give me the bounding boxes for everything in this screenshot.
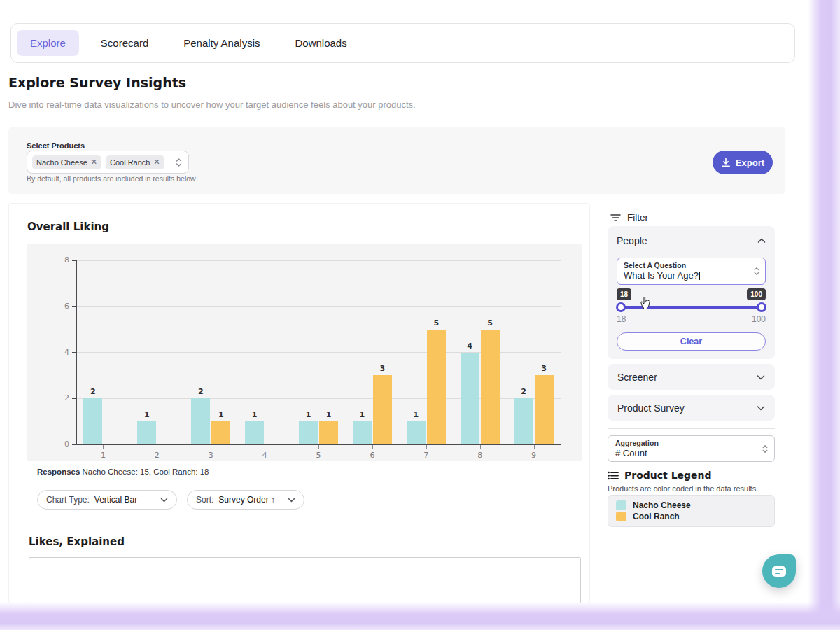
- bar-nacho-cheese: [353, 421, 372, 444]
- legend-item-name: Nacho Cheese: [633, 500, 691, 510]
- screener-title: Screener: [617, 372, 657, 383]
- x-tick-label: 9: [520, 451, 548, 460]
- x-tick-label: 3: [197, 451, 225, 460]
- aggregation-select[interactable]: Aggregation # Count: [608, 435, 775, 462]
- gridline: [76, 306, 561, 307]
- chat-launcher-button[interactable]: [762, 554, 796, 588]
- hand-cursor-icon: [640, 297, 651, 310]
- question-select[interactable]: Select A Question What Is Your Age?: [617, 258, 766, 285]
- filter-lines-icon: [610, 214, 621, 222]
- chevron-down-icon: [288, 498, 295, 503]
- app-window: ExploreScorecardPenalty AnalysisDownload…: [0, 0, 840, 630]
- sidebar-divider: [608, 428, 775, 429]
- clear-filter-button[interactable]: Clear: [617, 332, 766, 351]
- chart-type-label: Chart Type:: [46, 495, 90, 505]
- legend-item: Cool Ranch: [616, 512, 766, 522]
- download-icon: [721, 158, 731, 167]
- bar-nacho-cheese: [299, 421, 318, 444]
- legend-color-swatch: [616, 512, 626, 522]
- overall-liking-card: Overall Liking 024681Dislike extremely22…: [8, 203, 590, 603]
- product-survey-title: Product Survey: [617, 402, 685, 414]
- up-down-stepper-icon: [754, 267, 760, 276]
- y-tick-label: 6: [50, 302, 69, 311]
- x-axis-tick: [318, 445, 319, 449]
- tab-scorecard[interactable]: Scorecard: [88, 30, 162, 56]
- people-accordion-header[interactable]: People: [617, 235, 766, 246]
- bar-value-label: 1: [407, 410, 426, 419]
- tab-explore[interactable]: Explore: [17, 30, 79, 56]
- bar-value-label: 1: [245, 410, 264, 419]
- text-cursor: [699, 272, 700, 280]
- product-legend-header: Product Legend: [608, 470, 712, 481]
- bar-cool-ranch: [427, 330, 446, 444]
- slider-handle-min[interactable]: [616, 302, 626, 312]
- bar-value-label: 2: [83, 387, 102, 396]
- screener-accordion[interactable]: Screener: [608, 364, 775, 390]
- x-axis-tick: [372, 445, 373, 449]
- product-legend-title: Product Legend: [624, 470, 712, 481]
- x-axis-tick: [534, 445, 535, 449]
- chart-plot: 024681Dislike extremely221321415Neither …: [27, 244, 582, 461]
- bar-nacho-cheese: [461, 353, 479, 445]
- product-survey-accordion[interactable]: Product Survey: [608, 395, 775, 421]
- window-glow-right: [808, 0, 840, 630]
- y-tick-label: 8: [50, 255, 69, 265]
- bar-nacho-cheese: [83, 398, 102, 444]
- gridline: [76, 260, 561, 261]
- question-select-label: Select A Question: [624, 261, 759, 270]
- bar-value-label: 5: [481, 318, 500, 328]
- bar-value-label: 1: [299, 410, 318, 419]
- product-chip[interactable]: Nacho Cheese✕: [32, 155, 102, 169]
- responses-summary: Responses Nacho Cheese: 15, Cool Ranch: …: [37, 468, 209, 476]
- legend-item: Nacho Cheese: [616, 500, 766, 510]
- product-legend-list: Nacho CheeseCool Ranch: [608, 495, 775, 527]
- product-chip[interactable]: Cool Ranch✕: [106, 155, 164, 169]
- export-button[interactable]: Export: [713, 150, 773, 174]
- bar-cool-ranch: [481, 330, 500, 444]
- x-axis-tick: [265, 445, 265, 449]
- aggregation-value: # Count: [615, 448, 767, 458]
- chevron-down-icon: [757, 405, 765, 411]
- tab-penalty-analysis[interactable]: Penalty Analysis: [170, 30, 273, 56]
- bar-value-label: 2: [191, 387, 210, 396]
- bar-cool-ranch: [373, 375, 392, 444]
- filter-title: Filter: [627, 212, 648, 223]
- x-axis-tick: [157, 445, 158, 449]
- product-chip-label: Cool Ranch: [110, 158, 150, 167]
- bar-value-label: 4: [461, 342, 479, 351]
- legend-color-swatch: [616, 500, 626, 510]
- chevron-down-icon: [160, 498, 168, 503]
- bar-value-label: 2: [514, 387, 533, 396]
- chart-type-dropdown[interactable]: Chart Type: Vertical Bar: [37, 490, 177, 510]
- export-button-label: Export: [736, 158, 764, 168]
- tab-downloads[interactable]: Downloads: [281, 30, 360, 56]
- x-axis-tick: [211, 445, 211, 449]
- select-products-label: Select Products: [27, 141, 85, 150]
- slider-handle-max[interactable]: [757, 302, 766, 312]
- x-axis-tick: [103, 445, 104, 449]
- y-axis-line: [76, 260, 77, 444]
- close-icon[interactable]: ✕: [91, 158, 97, 166]
- bar-nacho-cheese: [191, 398, 210, 444]
- filter-sidebar: Filter People Select A Question What Is …: [598, 203, 785, 603]
- bar-value-label: 1: [211, 410, 230, 419]
- product-legend-description: Products are color coded in the data res…: [608, 484, 758, 493]
- products-multiselect[interactable]: Nacho Cheese✕Cool Ranch✕: [27, 150, 189, 174]
- page-title: Explore Survey Insights: [8, 75, 186, 90]
- bar-cool-ranch: [535, 375, 554, 444]
- close-icon[interactable]: ✕: [153, 158, 160, 166]
- bar-value-label: 5: [427, 318, 446, 328]
- x-tick-label: 4: [251, 451, 279, 460]
- likes-explained-title: Likes, Explained: [29, 536, 125, 548]
- products-helper-text: By default, all products are included in…: [27, 174, 196, 183]
- sort-dropdown[interactable]: Sort: Survey Order ↑: [187, 490, 304, 510]
- question-select-value: What Is Your Age?: [624, 270, 759, 281]
- people-accordion: People Select A Question What Is Your Ag…: [608, 226, 775, 359]
- chevron-down-icon: [757, 374, 765, 380]
- tab-bar: ExploreScorecardPenalty AnalysisDownload…: [10, 23, 795, 63]
- x-tick-label: 1: [89, 451, 117, 460]
- window-glow-bottom: [0, 602, 840, 630]
- y-tick-label: 4: [50, 348, 69, 357]
- x-tick-label: 8: [466, 451, 494, 460]
- x-tick-label: 2: [143, 451, 171, 460]
